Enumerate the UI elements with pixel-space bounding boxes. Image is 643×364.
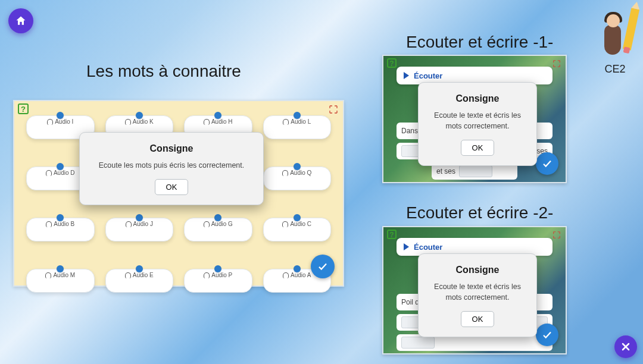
help-icon[interactable]: ? [18, 103, 29, 114]
fullscreen-icon[interactable] [329, 105, 338, 114]
audio-label: Audio Q [282, 170, 311, 176]
modal-ok-button[interactable]: OK [461, 311, 495, 327]
validate-button[interactable] [311, 255, 335, 278]
audio-label: Audio G [204, 221, 233, 227]
headphones-icon [47, 119, 53, 125]
modal-ok-button[interactable]: OK [461, 140, 495, 156]
audio-label: Audio L [283, 118, 311, 125]
modal-body: Ecoute les mots puis écris les correctem… [93, 160, 250, 171]
headphones-icon [125, 119, 131, 125]
modal-body: Ecoute le texte et écris les mots correc… [432, 281, 523, 303]
headphones-icon [46, 221, 52, 227]
section-title-main: Les mots à connaitre [86, 62, 241, 81]
audio-label: Audio K [125, 118, 154, 125]
instruction-modal-ex2: Consigne Ecoute le texte et écris les mo… [418, 253, 537, 337]
headphones-icon [282, 170, 288, 176]
audio-card[interactable]: Audio B [26, 218, 95, 241]
audio-card[interactable]: Audio J [105, 218, 174, 241]
validate-button[interactable] [536, 152, 558, 175]
headphones-icon [204, 272, 210, 278]
fullscreen-icon[interactable] [553, 59, 561, 68]
headphones-icon [204, 119, 210, 125]
modal-ok-button[interactable]: OK [155, 179, 189, 195]
audio-card[interactable]: Audio Q [263, 167, 332, 190]
audio-label: Audio A [283, 272, 311, 278]
headphones-icon [126, 221, 132, 227]
headphones-icon [283, 119, 289, 125]
audio-card[interactable]: Audio L [263, 115, 332, 139]
level-label: CE2 [594, 63, 636, 76]
headphones-icon [283, 272, 289, 278]
play-icon [404, 243, 409, 250]
modal-title: Consigne [93, 143, 250, 154]
modal-body: Ecoute le texte et écris les mots correc… [432, 110, 523, 131]
close-button[interactable] [614, 335, 637, 358]
blank-input[interactable] [401, 337, 435, 349]
validate-button[interactable] [536, 324, 558, 346]
home-icon [15, 15, 27, 27]
audio-card[interactable]: Audio M [26, 269, 95, 293]
headphones-icon [45, 272, 51, 278]
play-icon [404, 72, 409, 79]
audio-card[interactable]: Audio P [184, 269, 252, 293]
audio-label: Audio H [204, 118, 233, 125]
audio-card[interactable]: Audio E [105, 269, 174, 293]
instruction-modal-ex1: Consigne Ecoute le texte et écris les mo… [418, 82, 537, 166]
instruction-modal-main: Consigne Ecoute les mots puis écris les … [79, 132, 264, 205]
headphones-icon [282, 221, 288, 227]
modal-title: Consigne [432, 265, 523, 275]
audio-label: Audio C [282, 221, 311, 227]
avatar-figure [598, 12, 632, 59]
home-button[interactable] [8, 8, 33, 33]
avatar: CE2 [594, 12, 636, 76]
text-fragment: et ses [436, 167, 455, 175]
audio-card[interactable]: Audio G [184, 218, 252, 241]
section-title-ex1: Ecouter et écrire -1- [406, 33, 553, 52]
fullscreen-icon[interactable] [553, 231, 561, 239]
audio-label: Audio P [204, 272, 232, 278]
headphones-icon [125, 272, 131, 278]
audio-label: Audio D [46, 170, 75, 176]
section-title-ex2: Ecouter et écrire -2- [406, 203, 553, 222]
close-icon [620, 341, 632, 353]
help-icon[interactable]: ? [387, 230, 397, 239]
audio-label: Audio M [45, 272, 75, 278]
listen-label: Écouter [414, 243, 442, 252]
audio-label: Audio I [47, 118, 73, 125]
blank-input[interactable] [459, 165, 492, 177]
headphones-icon [46, 170, 52, 176]
audio-label: Audio B [46, 221, 74, 227]
listen-label: Écouter [414, 71, 442, 80]
audio-card[interactable]: Audio C [263, 218, 332, 241]
headphones-icon [204, 221, 210, 227]
modal-title: Consigne [432, 93, 523, 104]
help-icon[interactable]: ? [387, 58, 397, 68]
pencil-icon [623, 8, 639, 50]
audio-label: Audio J [126, 221, 153, 227]
audio-label: Audio E [125, 272, 154, 278]
